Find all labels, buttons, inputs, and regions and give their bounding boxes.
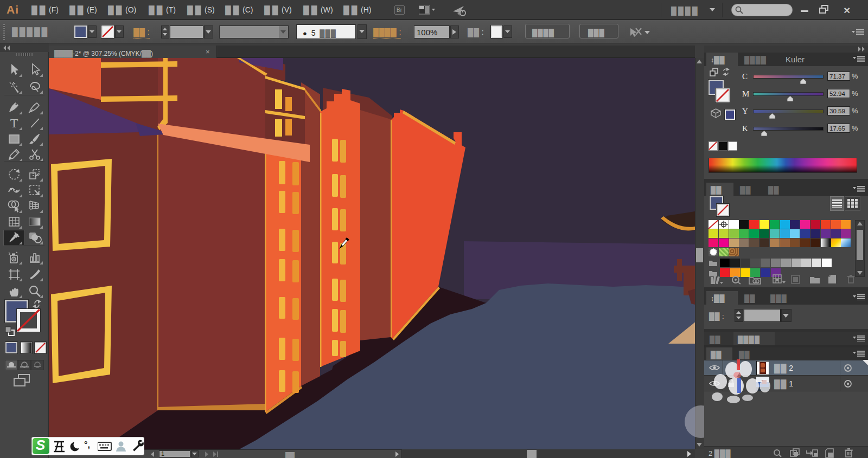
svg-text:T: T: [10, 116, 18, 130]
